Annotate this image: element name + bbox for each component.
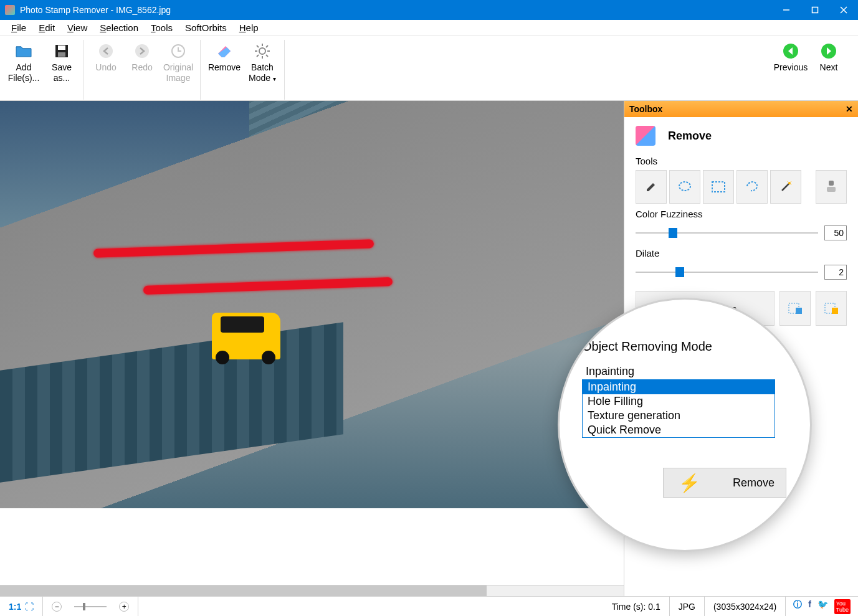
color-fuzziness-input[interactable] [824,225,847,240]
svg-line-23 [782,183,789,191]
clone-stamp-tool-button[interactable] [816,170,847,204]
window-title: Photo Stamp Remover - IMG_8562.jpg [20,5,772,15]
remove-button[interactable]: Remove [204,40,244,100]
menu-view[interactable]: View [61,21,93,34]
undo-icon [88,42,124,60]
info-icon[interactable]: ⓘ [793,599,802,614]
zoom-in-button[interactable]: + [119,602,129,612]
save-icon [44,42,80,60]
menu-edit[interactable]: Edit [32,21,61,34]
gear-icon [244,42,280,60]
car-object [212,313,280,359]
original-image-button[interactable]: Original Image [160,40,196,100]
menu-softorbits[interactable]: SoftOrbits [179,21,233,34]
rect-select-tool-button[interactable] [703,170,734,204]
dilate-label: Dilate [624,243,858,262]
mode-option-inpainting[interactable]: Inpainting [583,380,775,394]
maximize-button[interactable] [801,0,829,20]
minimize-button[interactable] [772,0,801,20]
marker-tool-button[interactable] [636,170,667,204]
toolbox-close-icon[interactable]: ✕ [846,104,853,114]
load-selection-button[interactable] [816,291,847,326]
previous-button[interactable]: Previous [771,40,811,100]
svg-rect-6 [58,52,65,57]
fit-screen-icon[interactable]: ⛶ [25,602,34,612]
batch-mode-button[interactable]: Batch Mode ▾ [244,40,280,100]
save-as-button[interactable]: Save as... [44,40,80,100]
zoom-ratio-label[interactable]: 1:1 [9,602,21,612]
dilate-input[interactable] [824,265,847,280]
title-bar: Photo Stamp Remover - IMG_8562.jpg [0,0,858,20]
toolbox-header: Toolbox ✕ [624,101,858,117]
magic-wand-tool-button[interactable] [770,170,801,204]
svg-line-15 [257,45,259,47]
svg-line-16 [266,55,268,57]
free-select-tool-button[interactable] [669,170,700,204]
eraser-icon [636,126,655,146]
horizontal-scrollbar[interactable] [0,585,624,596]
menu-tools[interactable]: Tools [145,21,179,34]
redo-icon [124,42,160,60]
undo-button[interactable]: Undo [88,40,124,100]
svg-point-8 [135,44,149,58]
svg-line-26 [791,181,791,182]
color-fuzziness-slider[interactable] [636,227,818,239]
status-format: JPG [670,597,705,616]
toolbox-mode-title: Remove [668,130,712,143]
svg-line-27 [791,184,791,185]
menu-file[interactable]: File [5,21,32,34]
status-time: Time (s): 0.1 [603,597,670,616]
color-fuzziness-label: Color Fuzziness [624,204,858,223]
redo-button[interactable]: Redo [124,40,160,100]
svg-point-24 [788,182,791,184]
folder-icon [4,42,44,60]
mode-option-hole-filling[interactable]: Hole Filling [583,394,775,409]
mode-dropdown-list: Inpainting Hole Filling Texture generati… [582,379,775,438]
remove-action-button[interactable]: ⚡ Remove [663,468,786,498]
dilate-slider[interactable] [636,266,818,278]
zoom-slider[interactable] [65,602,115,611]
previous-icon [771,42,811,60]
eraser-icon [204,42,244,60]
add-files-button[interactable]: Add File(s)... [4,40,44,100]
main-toolbar: Add File(s)... Save as... Undo Redo Orig… [0,36,858,101]
status-dimensions: (3035x3024x24) [705,597,786,616]
save-selection-button[interactable] [779,291,811,326]
status-bar: 1:1 ⛶ − + Time (s): 0.1 JPG (3035x3024x2… [0,596,858,616]
svg-rect-29 [827,187,836,192]
twitter-icon[interactable]: 🐦 [817,599,828,614]
mode-option-texture-generation[interactable]: Texture generation [583,409,775,423]
svg-line-25 [788,181,788,182]
facebook-icon[interactable]: f [808,599,811,614]
svg-line-18 [257,55,259,57]
svg-rect-1 [813,7,818,13]
svg-rect-31 [796,308,802,314]
svg-point-10 [259,48,265,54]
menu-bar: File Edit View Selection Tools SoftOrbit… [0,20,858,36]
lasso-tool-button[interactable] [736,170,768,204]
mode-dropdown-value[interactable]: Inpainting [586,365,793,378]
svg-line-17 [266,45,268,47]
app-icon [5,5,15,15]
svg-point-7 [99,44,113,58]
svg-point-21 [679,182,690,191]
svg-rect-22 [712,182,725,192]
menu-selection[interactable]: Selection [93,21,145,34]
tools-label: Tools [624,151,858,170]
svg-rect-28 [829,181,834,186]
image-canvas[interactable] [0,101,624,508]
youtube-icon[interactable]: YouTube [834,599,851,614]
canvas-area [0,101,624,596]
object-removing-mode-label: Object Removing Mode [582,339,793,354]
mode-option-quick-remove[interactable]: Quick Remove [583,423,775,437]
magnifier-overlay: Object Removing Mode Inpainting Inpainti… [558,298,812,552]
zoom-out-button[interactable]: − [52,602,62,612]
menu-help[interactable]: Help [233,21,265,34]
next-icon [811,42,847,60]
bolt-icon: ⚡ [679,473,700,493]
next-button[interactable]: Next [811,40,847,100]
svg-rect-5 [58,45,65,50]
close-button[interactable] [829,0,858,20]
history-icon [160,42,196,60]
